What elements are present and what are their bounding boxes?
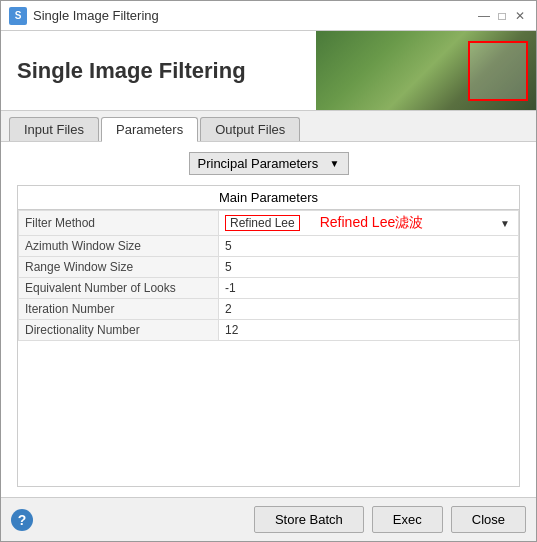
content-area: Principal Parameters ▼ Main Parameters F… bbox=[1, 142, 536, 497]
title-bar: S Single Image Filtering — □ ✕ bbox=[1, 1, 536, 31]
directionality-label: Directionality Number bbox=[19, 320, 219, 341]
tab-parameters[interactable]: Parameters bbox=[101, 117, 198, 142]
params-section: Main Parameters Filter Method Refined Le… bbox=[17, 185, 520, 487]
params-section-title: Main Parameters bbox=[18, 186, 519, 210]
filter-method-value: Refined Lee bbox=[225, 215, 300, 231]
header-banner: Single Image Filtering bbox=[1, 31, 536, 111]
tabs-bar: Input Files Parameters Output Files bbox=[1, 111, 536, 142]
equiv-looks-value[interactable]: -1 bbox=[219, 278, 519, 299]
directionality-value[interactable]: 12 bbox=[219, 320, 519, 341]
app-icon: S bbox=[9, 7, 27, 25]
store-batch-button[interactable]: Store Batch bbox=[254, 506, 364, 533]
range-window-label: Range Window Size bbox=[19, 257, 219, 278]
window-title: Single Image Filtering bbox=[33, 8, 476, 23]
table-row: Azimuth Window Size 5 bbox=[19, 236, 519, 257]
iteration-label: Iteration Number bbox=[19, 299, 219, 320]
iteration-value[interactable]: 2 bbox=[219, 299, 519, 320]
params-table: Filter Method Refined Lee Refined Lee滤波 … bbox=[18, 210, 519, 341]
table-row: Range Window Size 5 bbox=[19, 257, 519, 278]
window-controls: — □ ✕ bbox=[476, 8, 528, 24]
table-row: Filter Method Refined Lee Refined Lee滤波 … bbox=[19, 211, 519, 236]
filter-method-inner: Refined Lee Refined Lee滤波 ▼ bbox=[225, 214, 512, 232]
principal-params-dropdown-row: Principal Parameters ▼ bbox=[17, 152, 520, 175]
help-icon[interactable]: ? bbox=[11, 509, 33, 531]
azimuth-window-value[interactable]: 5 bbox=[219, 236, 519, 257]
footer: ? Store Batch Exec Close bbox=[1, 497, 536, 541]
refined-lee-chinese-label: Refined Lee滤波 bbox=[320, 214, 424, 232]
principal-params-dropdown[interactable]: Principal Parameters ▼ bbox=[189, 152, 349, 175]
dropdown-label: Principal Parameters bbox=[198, 156, 319, 171]
close-window-button[interactable]: ✕ bbox=[512, 8, 528, 24]
minimize-button[interactable]: — bbox=[476, 8, 492, 24]
header-image-inset bbox=[468, 41, 528, 101]
filter-method-cell: Refined Lee Refined Lee滤波 ▼ bbox=[219, 211, 519, 236]
main-window: S Single Image Filtering — □ ✕ Single Im… bbox=[0, 0, 537, 542]
exec-button[interactable]: Exec bbox=[372, 506, 443, 533]
table-row: Equivalent Number of Looks -1 bbox=[19, 278, 519, 299]
filter-dropdown-arrow-icon[interactable]: ▼ bbox=[500, 218, 510, 229]
tab-output-files[interactable]: Output Files bbox=[200, 117, 300, 141]
header-title: Single Image Filtering bbox=[17, 58, 246, 84]
app-icon-label: S bbox=[15, 10, 22, 21]
table-row: Iteration Number 2 bbox=[19, 299, 519, 320]
dropdown-arrow-icon: ▼ bbox=[330, 158, 340, 169]
table-row: Directionality Number 12 bbox=[19, 320, 519, 341]
azimuth-window-label: Azimuth Window Size bbox=[19, 236, 219, 257]
filter-method-label: Filter Method bbox=[19, 211, 219, 236]
equiv-looks-label: Equivalent Number of Looks bbox=[19, 278, 219, 299]
range-window-value[interactable]: 5 bbox=[219, 257, 519, 278]
header-image bbox=[316, 31, 536, 111]
maximize-button[interactable]: □ bbox=[494, 8, 510, 24]
close-button[interactable]: Close bbox=[451, 506, 526, 533]
tab-input-files[interactable]: Input Files bbox=[9, 117, 99, 141]
